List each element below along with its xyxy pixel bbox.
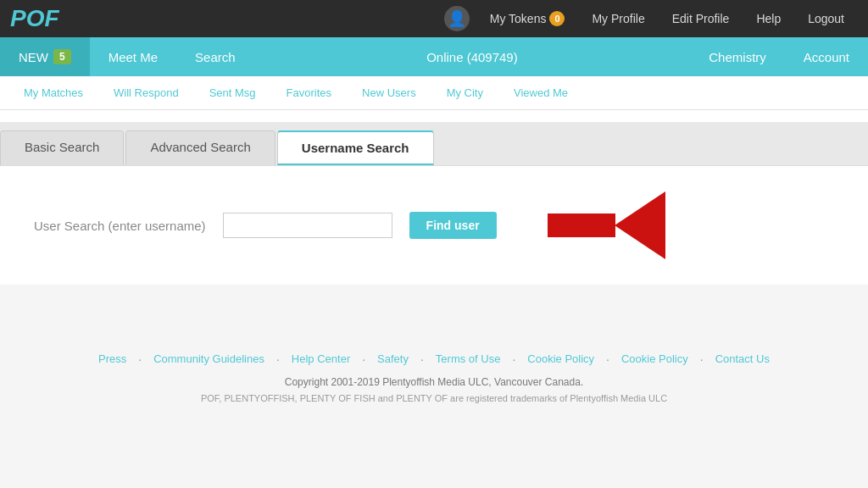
help-nav-item[interactable]: Help [743,0,794,37]
tokens-label: My Tokens [490,12,547,25]
chemistry-nav-item[interactable]: Chemistry [690,37,785,76]
search-area: Basic Search Advanced Search Username Se… [0,110,868,285]
footer-trademark: POF, PLENTYOFFISH, PLENTY OF FISH and PL… [17,393,851,403]
user-search-main-label: User Search [34,219,104,233]
my-matches-nav-item[interactable]: My Matches [8,76,98,110]
new-users-nav-item[interactable]: New Users [347,76,431,110]
edit-profile-nav-item[interactable]: Edit Profile [659,0,743,37]
online-nav-item[interactable]: Online (409749) [254,37,691,76]
footer-contact-us-link[interactable]: Contact Us [707,352,778,366]
my-city-nav-item[interactable]: My City [431,76,498,110]
username-search-tab[interactable]: Username Search [277,130,434,165]
footer-community-guidelines-link[interactable]: Community Guidelines [145,352,273,366]
my-tokens-nav-item[interactable]: My Tokens 0 [476,0,579,37]
footer-cookie-policy-1-link[interactable]: Cookie Policy [519,352,603,366]
find-user-button[interactable]: Find user [409,212,497,239]
top-nav-links: My Tokens 0 My Profile Edit Profile Help… [476,0,858,37]
meet-me-nav-item[interactable]: Meet Me [90,37,176,76]
footer-cookie-policy-2-link[interactable]: Cookie Policy [613,352,697,366]
user-search-hint: (enter username) [108,219,206,233]
top-spacer [0,110,868,122]
secondary-navbar: NEW 5 Meet Me Search Online (409749) Che… [0,37,868,76]
footer-copyright: Copyright 2001-2019 Plentyoffish Media U… [17,376,851,388]
footer-press-link[interactable]: Press [90,352,135,366]
logo: POF [10,5,59,32]
new-badge: 5 [53,49,71,64]
advanced-search-tab[interactable]: Advanced Search [125,130,275,165]
top-navbar: POF 👤 My Tokens 0 My Profile Edit Profil… [0,0,868,37]
username-search-input[interactable] [223,213,392,238]
favorites-nav-item[interactable]: Favorites [271,76,347,110]
logout-nav-item[interactable]: Logout [794,0,858,37]
my-profile-nav-item[interactable]: My Profile [578,0,658,37]
third-navbar: My Matches Will Respond Sent Msg Favorit… [0,76,868,110]
footer: Press · Community Guidelines · Help Cent… [0,336,868,420]
basic-search-tab[interactable]: Basic Search [0,130,124,165]
footer-links: Press · Community Guidelines · Help Cent… [17,352,851,366]
new-nav-item[interactable]: NEW 5 [0,37,90,76]
new-label: NEW [19,50,48,64]
arrow-head [615,191,665,259]
footer-safety-link[interactable]: Safety [369,352,417,366]
user-avatar-icon[interactable]: 👤 [444,6,470,31]
sent-msg-nav-item[interactable]: Sent Msg [194,76,271,110]
username-search-content: User Search (enter username) Find user [0,166,868,285]
footer-terms-link[interactable]: Terms of Use [427,352,509,366]
will-respond-nav-item[interactable]: Will Respond [98,76,194,110]
viewed-me-nav-item[interactable]: Viewed Me [498,76,583,110]
red-arrow-indicator [548,191,665,259]
account-nav-item[interactable]: Account [785,37,868,76]
arrow-body [548,214,615,237]
search-nav-item[interactable]: Search [176,37,254,76]
search-tabs: Basic Search Advanced Search Username Se… [0,122,868,166]
footer-help-center-link[interactable]: Help Center [283,352,359,366]
user-search-label: User Search (enter username) [34,219,206,233]
tokens-badge: 0 [549,11,565,26]
